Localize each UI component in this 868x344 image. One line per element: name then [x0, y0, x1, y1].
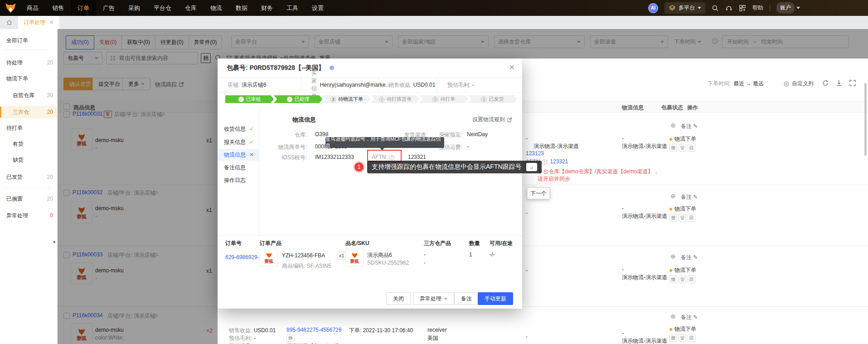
nav-item-finance[interactable]: 财务	[254, 0, 280, 16]
sidebar-item-shipped[interactable]: 已发货20	[0, 171, 58, 183]
nav-item-sales[interactable]: 销售	[45, 0, 71, 16]
status-dot	[669, 269, 672, 272]
sidebar-item-all-orders[interactable]: 全部订单	[0, 34, 58, 47]
nav-item-ads[interactable]: 广告	[96, 0, 121, 16]
brand-fox-logo-icon[interactable]	[5, 2, 17, 14]
manual-update-button[interactable]: 手动更新	[478, 292, 513, 305]
nav-item-orders[interactable]: 订单	[71, 0, 96, 16]
chip-track[interactable]: 跟	[688, 144, 695, 152]
info-revenue: 销售收益: USD0.01	[378, 78, 437, 92]
chip-manage[interactable]: 管	[679, 144, 686, 152]
remark-button[interactable]: 备注	[454, 292, 479, 305]
divider	[5, 188, 50, 188]
home-tab[interactable]	[0, 16, 18, 29]
sort-order-control[interactable]: 下单时间:最近 → 最远	[708, 80, 764, 88]
third-product-b: -	[424, 260, 426, 266]
chip-revoke[interactable]: 撤	[669, 275, 677, 283]
sidebar-collapse-handle[interactable]: ◂	[53, 239, 55, 245]
sidebar-item-to-print[interactable]: 待打单	[0, 122, 58, 134]
remark-action[interactable]: 备注 ✎	[681, 254, 698, 261]
vertical-scrollbar[interactable]	[864, 83, 867, 156]
info-profit: 预估毛利: -	[437, 78, 522, 92]
qr-scan-icon[interactable]	[739, 5, 746, 12]
nav-item-logistics[interactable]: 物流	[204, 0, 229, 16]
chip-revoke[interactable]: 撤	[669, 144, 677, 152]
chip-manage[interactable]: 管	[679, 334, 686, 342]
chip-track[interactable]: 跟	[688, 334, 695, 342]
exception-dropdown-button[interactable]: 异常处理	[413, 292, 454, 305]
help-link[interactable]: 帮助	[752, 4, 763, 12]
nav-customs-info[interactable]: 报关信息✓	[218, 136, 259, 148]
step-awaiting-logistics: 3待物流下单	[322, 95, 371, 103]
remark-action[interactable]: 备注 ✎	[681, 123, 698, 130]
chevron-down-icon	[698, 7, 701, 9]
nav-logistics-info[interactable]: 物流信息✕	[218, 149, 259, 161]
ai-assistant-button[interactable]: AI	[648, 3, 658, 13]
order-number-link[interactable]: 895-9462275-4556726	[286, 327, 341, 333]
split-tag: 拆	[286, 334, 295, 342]
sidebar-item-own-warehouse[interactable]: 自营仓库20	[0, 89, 58, 102]
product-name: 演示商品6	[367, 251, 392, 259]
aftn-number-link[interactable]: 123321	[550, 158, 568, 165]
channel-dash: -	[526, 334, 528, 340]
step-awaiting-print: 5待打单	[420, 95, 468, 103]
question-circle-icon[interactable]: ?	[542, 159, 547, 165]
remark-action[interactable]: 备注 ✎	[681, 314, 698, 321]
headset-support-icon[interactable]	[725, 5, 732, 12]
info-shop: 店铺: 演示店铺6	[218, 78, 301, 92]
chip-manage[interactable]: 管	[679, 275, 686, 283]
chip-track[interactable]: 跟	[688, 214, 695, 221]
receiver-label: receiver	[427, 327, 447, 333]
nav-item-tools[interactable]: 工具	[280, 0, 305, 16]
fullscreen-icon[interactable]	[849, 79, 856, 87]
tab-order-processing[interactable]: 订单处理 ✕	[18, 16, 59, 29]
sidebar-item-in-stock[interactable]: 有货	[0, 138, 58, 150]
custom-columns-button[interactable]: 自定义列	[783, 80, 814, 88]
product-image: 赛狐	[260, 249, 278, 267]
search-icon[interactable]	[712, 5, 719, 12]
nav-item-products[interactable]: 商品	[20, 0, 45, 16]
order-number-link[interactable]: 629-6986929-...	[225, 254, 264, 260]
nav-receiving-info[interactable]: 收货信息✓	[218, 123, 259, 135]
tour-arrow-chip[interactable]: →	[526, 163, 537, 171]
chip-track[interactable]: 跟	[688, 275, 695, 283]
sidebar: 全部订单 待处理20 物流下单 自营仓库20 三方仓20 待打单 有货 缺货 已…	[0, 29, 58, 344]
expand-plus-icon[interactable]: ⊕	[670, 192, 676, 200]
add-plus-icon[interactable]: ⊕	[329, 64, 335, 71]
multi-platform-switcher[interactable]: 多平台	[664, 2, 705, 14]
close-button[interactable]: 关闭	[386, 292, 411, 305]
expand-plus-icon[interactable]: ⊕	[670, 313, 676, 320]
nav-item-settings[interactable]: 设置	[305, 0, 330, 16]
nav-item-purchase[interactable]: 采购	[121, 0, 147, 16]
refresh-icon[interactable]	[822, 79, 829, 87]
nav-operation-log[interactable]: 操作日志	[218, 174, 259, 186]
remark-action[interactable]: 备注 ✎	[681, 193, 698, 201]
sidebar-item-third-party-warehouse[interactable]: 三方仓20	[0, 106, 58, 118]
step-processed: ✓已处理	[274, 95, 322, 103]
expand-plus-icon[interactable]: ⊕	[670, 122, 676, 129]
tour-next-button[interactable]: 下一个	[527, 187, 550, 199]
sidebar-item-on-hold[interactable]: 已搁置20	[0, 192, 58, 205]
sidebar-item-exception[interactable]: 异常处理0	[0, 209, 58, 222]
chip-revoke[interactable]: 撤	[669, 334, 677, 342]
nav-item-warehouse[interactable]: 仓库	[178, 0, 204, 16]
tab-bar: 订单处理 ✕	[0, 16, 868, 29]
sidebar-item-pending[interactable]: 待处理20	[0, 56, 58, 69]
download-icon[interactable]	[835, 79, 843, 87]
chip-manage[interactable]: 管	[679, 214, 686, 221]
expand-plus-icon[interactable]: ⊕	[670, 253, 676, 260]
nav-item-data[interactable]: 数据	[229, 0, 254, 16]
tracking-number-link[interactable]: 123123	[526, 150, 544, 157]
nav-remark-info[interactable]: 备注信息	[218, 162, 259, 173]
buyer-spec-label: 买家指定【Standard】	[286, 342, 341, 344]
sidebar-item-out-of-stock[interactable]: 缺货	[0, 153, 58, 166]
account-menu[interactable]: 账户	[776, 2, 800, 14]
app-canvas: 商品 销售 订单 广告 采购 平台仓 仓库 物流 数据 财务 工具 设置 AI …	[0, 0, 868, 344]
sidebar-item-logistics-order[interactable]: 物流下单	[0, 72, 58, 85]
nav-item-platform-warehouse[interactable]: 平台仓	[147, 0, 178, 16]
modal-close-icon[interactable]: ✕	[509, 63, 515, 72]
chip-revoke[interactable]: 撤	[669, 214, 677, 221]
th-third-warehouse: 三方仓产品	[424, 240, 451, 247]
logistics-rule-link[interactable]: 设置物流规则	[472, 116, 512, 123]
close-tab-icon[interactable]: ✕	[49, 19, 54, 26]
